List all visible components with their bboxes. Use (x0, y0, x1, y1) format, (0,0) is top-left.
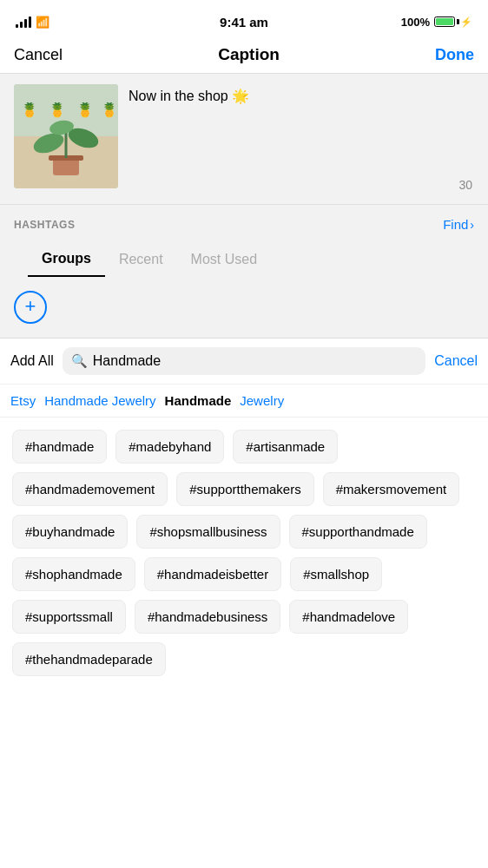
signal-bar-1 (16, 24, 18, 28)
battery-tip (457, 19, 459, 24)
status-time: 9:41 am (220, 15, 268, 30)
status-bar: 📶 9:41 am 100% ⚡ (0, 0, 488, 38)
hashtag-pill[interactable]: #handmademovement (12, 472, 168, 506)
hashtag-pill[interactable]: #supportssmall (12, 600, 126, 634)
caption-text[interactable]: Now in the shop 🌟 (118, 84, 474, 194)
tab-groups[interactable]: Groups (28, 242, 105, 277)
tag-chip-jewelry[interactable]: Jewelry (240, 393, 284, 408)
signal-bar-4 (29, 16, 31, 28)
char-count: 30 (458, 178, 472, 192)
search-input[interactable] (93, 353, 417, 369)
done-button[interactable]: Done (435, 46, 474, 64)
caption-area: 🍍 🍍 🍍 🍍 Now in the shop 🌟 30 (0, 74, 488, 204)
hashtag-pill[interactable]: #supportthemakers (176, 472, 313, 506)
hashtags-header: HASHTAGS Find › (14, 217, 474, 242)
status-right: 100% ⚡ (401, 16, 472, 29)
battery-bolt: ⚡ (460, 16, 472, 28)
search-icon: 🔍 (71, 353, 88, 369)
hashtag-pill[interactable]: #buyhandmade (12, 515, 128, 549)
signal-bar-2 (20, 22, 23, 28)
hashtags-find-button[interactable]: Find › (443, 217, 474, 232)
svg-text:🍍: 🍍 (21, 102, 38, 118)
battery-percent: 100% (401, 16, 430, 29)
groups-area: + (0, 277, 488, 339)
hashtag-pill[interactable]: #shophandmade (12, 557, 135, 591)
battery-body (434, 16, 455, 27)
hashtag-pill[interactable]: #madebyhand (115, 430, 224, 464)
battery-fill (436, 18, 453, 25)
add-all-button[interactable]: Add All (10, 353, 54, 369)
hashtag-pill[interactable]: #artisanmade (233, 430, 338, 464)
svg-text:🍍: 🍍 (76, 102, 94, 118)
status-left: 📶 (16, 16, 49, 29)
search-bar: 🔍 (63, 347, 425, 375)
tabs-row: Groups Recent Most Used (14, 242, 474, 277)
search-cancel-button[interactable]: Cancel (434, 353, 478, 369)
hashtag-pill[interactable]: #thehandmadeparade (12, 642, 166, 676)
hashtag-pill[interactable]: #smallshop (290, 557, 382, 591)
battery-icon: ⚡ (434, 16, 472, 28)
wifi-icon: 📶 (36, 16, 49, 29)
signal-bar-3 (24, 19, 27, 28)
search-toolbar: Add All 🔍 Cancel (0, 339, 488, 385)
hashtag-pill[interactable]: #handmadebusiness (135, 600, 280, 634)
hashtag-pill[interactable]: #makersmovement (323, 472, 460, 506)
svg-text:🍍: 🍍 (101, 102, 118, 118)
hashtag-pill[interactable]: #handmadeisbetter (144, 557, 281, 591)
caption-image-svg: 🍍 🍍 🍍 🍍 (14, 84, 118, 188)
tab-recent[interactable]: Recent (105, 243, 177, 276)
hashtag-pill[interactable]: #handmade (12, 430, 107, 464)
signal-bars (16, 16, 31, 28)
hashtags-find-text: Find (443, 217, 468, 232)
hashtag-pill[interactable]: #supporthandmade (289, 515, 427, 549)
caption-image: 🍍 🍍 🍍 🍍 (14, 84, 118, 188)
tab-most-used[interactable]: Most Used (177, 243, 271, 276)
tag-chip-handmade-jewelry[interactable]: Handmade Jewelry (44, 393, 155, 408)
add-group-button[interactable]: + (14, 291, 47, 324)
chevron-right-icon: › (470, 218, 474, 232)
hashtag-pill[interactable]: #shopsmallbusiness (136, 515, 280, 549)
caption-text-value: Now in the shop 🌟 (129, 89, 249, 103)
hashtags-section: HASHTAGS Find › Groups Recent Most Used (0, 204, 488, 277)
plus-icon: + (25, 297, 36, 316)
hashtags-label: HASHTAGS (14, 219, 75, 231)
tag-chips-row: Etsy Handmade Jewelry Handmade Jewelry (0, 385, 488, 418)
hashtag-pill[interactable]: #handmadelove (289, 600, 408, 634)
tag-chip-handmade[interactable]: Handmade (165, 393, 232, 408)
cancel-button[interactable]: Cancel (14, 46, 63, 64)
svg-text:🍍: 🍍 (49, 102, 66, 118)
hashtag-grid: #handmade #madebyhand #artisanmade #hand… (0, 418, 488, 688)
page-title: Caption (218, 45, 280, 64)
nav-bar: Cancel Caption Done (0, 38, 488, 74)
tag-chip-etsy[interactable]: Etsy (10, 393, 36, 408)
